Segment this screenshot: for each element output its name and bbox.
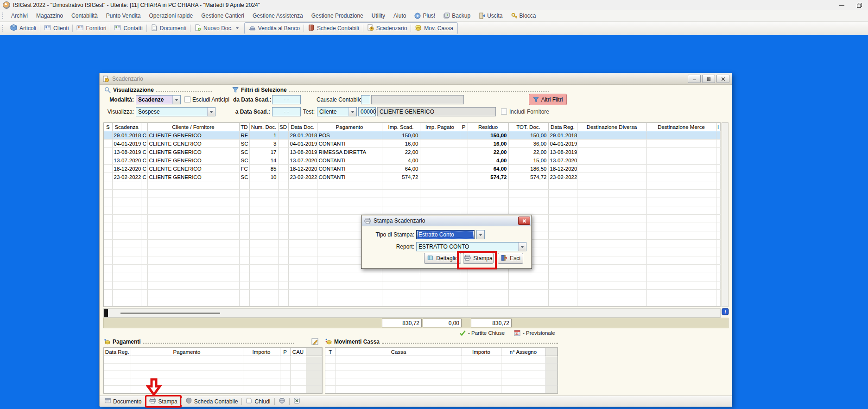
menu-gestione-produzione[interactable]: Gestione Produzione [307,11,367,20]
toolbar-nuovo-doc[interactable]: Nuovo Doc. [191,23,242,34]
menu-backup[interactable]: Backup [439,11,475,20]
bottom-chiudi[interactable]: Chiudi [243,396,273,406]
dialog-esci-button[interactable]: Esci [498,253,523,264]
column-header[interactable]: TOT. Doc. [508,123,548,131]
horizontal-scrollbar[interactable] [103,308,721,318]
column-header[interactable]: Imp. Pagato [420,123,460,131]
bottom-globe-icon[interactable] [276,396,288,406]
altri-filtri-button[interactable]: Altri Filtri [529,94,567,105]
bottom-documento[interactable]: Documento [101,396,144,406]
column-header[interactable]: Importo [243,348,280,356]
dialog-titlebar: Stampa Scadenzario [362,216,531,226]
test-type-select[interactable]: Cliente [317,107,357,116]
tipo-stampa-select[interactable]: Estratto Conto [416,230,475,239]
a-data-input[interactable]: - - [272,107,301,116]
causale-code-input[interactable] [361,95,370,104]
chevron-down-icon[interactable] [348,108,356,116]
table-row[interactable]: 29-01-2018CCLIENTE GENERICORF129-01-2018… [104,131,720,140]
column-header[interactable]: Residuo [468,123,508,131]
column-header[interactable] [545,348,557,356]
toolbar-vendita-al-banco[interactable]: Vendita al Banco [246,23,303,34]
column-header[interactable]: n° Assegno [501,348,545,356]
column-header[interactable]: Data Reg. [104,348,131,356]
window-minimize-button[interactable] [688,75,701,83]
column-header[interactable]: Importo [462,348,501,356]
menubar-grip[interactable] [2,12,4,19]
column-header[interactable]: Scadenza [112,123,141,131]
app-restore-button[interactable] [850,0,868,10]
menu-archivi[interactable]: Archivi [7,11,32,20]
chevron-down-icon[interactable] [172,96,180,104]
chevron-down-icon[interactable] [518,243,526,251]
column-header[interactable]: S [104,123,112,131]
bottom-excel-icon[interactable] [291,396,303,406]
column-header[interactable]: Cassa [336,348,462,356]
table-row[interactable]: 04-01-2019CCLIENTE GENERICOSC304-01-2019… [104,140,720,148]
column-header[interactable]: Num. Doc. [249,123,278,131]
visualizza-select[interactable]: Sospese [136,107,215,116]
toolbar-contatti[interactable]: Contatti [111,23,146,34]
toolbar-documenti[interactable]: Documenti [147,23,190,34]
toolbar-mov-cassa[interactable]: Mov. Cassa [412,23,456,34]
menu-contabilit[interactable]: Contabilità [67,11,102,20]
scrollbar-thumb[interactable] [120,313,220,314]
escludi-anticipi-checkbox[interactable] [184,96,190,102]
da-data-input[interactable]: - - [272,95,301,104]
menu-magazzino[interactable]: Magazzino [32,11,67,20]
window-restore-button[interactable] [702,75,715,83]
bottom-scheda-contabile[interactable]: Scheda Contabile [183,396,241,406]
bottom-stampa[interactable]: Stampa [146,396,180,406]
table-row[interactable]: 23-02-2022CCLIENTE GENERICOSC1023-02-202… [104,173,720,181]
column-header[interactable]: P [280,348,290,356]
test-code-input[interactable]: 00000 [358,107,376,116]
table-row[interactable]: 18-12-2020CCLIENTE GENERICOFC8518-12-202… [104,165,720,173]
dialog-close-button[interactable] [518,217,530,225]
toolbar-scadenzario[interactable]: Scadenzario [364,23,411,34]
vertical-scrollbar[interactable] [722,122,729,307]
toolbar-schede-contabili[interactable]: Schede Contabili [304,23,362,34]
column-header[interactable]: Data Reg. [548,123,577,131]
column-header[interactable]: SD [278,123,288,131]
edit-payment-icon[interactable] [311,338,319,346]
column-header[interactable]: Destinazione Diversa [577,123,646,131]
menu-gestione-cantieri[interactable]: Gestione Cantieri [197,11,248,20]
toolbar-articoli[interactable]: Articoli [7,23,39,34]
menu-operazioni-rapide[interactable]: Operazioni rapide [145,11,197,20]
report-select[interactable]: ESTRATTO CONTO [416,242,526,251]
window-close-button[interactable] [716,75,729,83]
chevron-down-icon[interactable] [207,108,215,116]
menu-utility[interactable]: Utility [367,11,389,20]
menu-uscita[interactable]: Uscita [475,11,507,20]
tipo-stampa-dropdown-button[interactable] [476,230,485,239]
column-header[interactable]: I [716,123,720,131]
column-header[interactable]: T [325,348,336,356]
dialog-dettaglio-button[interactable]: Dettaglio [424,253,461,264]
toolbar-grip[interactable] [2,25,4,32]
table-row[interactable]: 13-08-2019CCLIENTE GENERICOSC1713-08-201… [104,148,720,156]
modalita-select[interactable]: Scadenze [136,95,181,104]
includi-fornitore-checkbox[interactable] [501,109,507,115]
menu-plus[interactable]: Plus! [410,11,439,20]
column-header[interactable]: Imp. Scad. [382,123,420,131]
app-minimize-button[interactable] [833,0,850,10]
column-header[interactable]: Cliente / Fornitore [147,123,239,131]
column-header[interactable]: Destinazione Merce [646,123,716,131]
column-header[interactable]: P [460,123,468,131]
chevron-down-icon[interactable] [477,230,484,239]
menu-gestione-assistenza[interactable]: Gestione Assistenza [248,11,307,20]
info-icon[interactable]: i [722,308,729,315]
chevron-down-icon[interactable] [236,27,239,29]
toolbar-clienti[interactable]: Clienti [41,23,72,34]
menu-punto-vendita[interactable]: Punto Vendita [102,11,145,20]
toolbar-fornitori[interactable]: Fornitori [73,23,109,34]
column-header[interactable]: Data Doc. [288,123,317,131]
column-header[interactable]: Pagamento [317,123,382,131]
column-header[interactable]: TD [239,123,249,131]
column-header[interactable] [306,348,322,356]
table-row[interactable]: 13-07-2020CCLIENTE GENERICOSC1413-07-202… [104,156,720,165]
column-header[interactable] [141,123,147,131]
menu-blocca[interactable]: Blocca [507,11,540,20]
column-header[interactable]: Pagamento [131,348,243,356]
menu-aiuto[interactable]: Aiuto [389,11,410,20]
column-header[interactable]: CAU [290,348,306,356]
